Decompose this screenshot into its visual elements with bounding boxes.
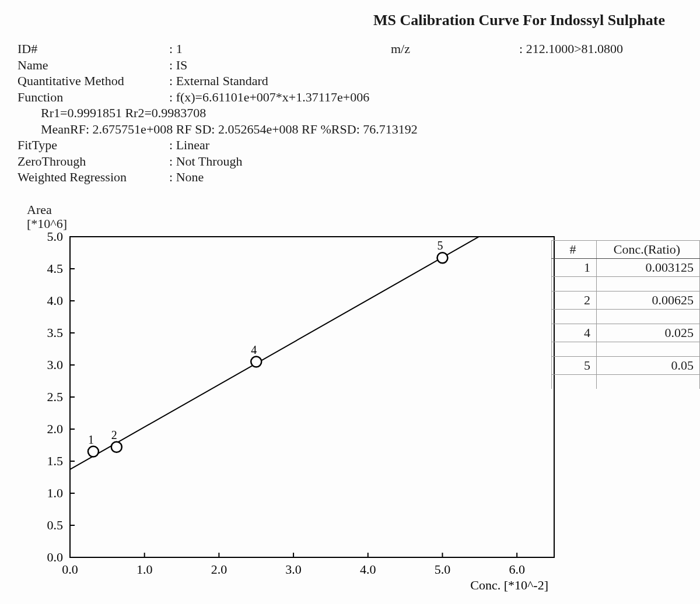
- svg-point-42: [111, 442, 122, 452]
- svg-text:5.0: 5.0: [435, 562, 451, 577]
- table-row: 40.025: [552, 324, 700, 342]
- zero-value: Not Through: [176, 154, 243, 168]
- svg-text:1: 1: [88, 433, 94, 445]
- page-title: MS Calibration Curve For Indossyl Sulpha…: [373, 12, 665, 29]
- rf-line: MeanRF: 2.675751e+008 RF SD: 2.052654e+0…: [41, 121, 700, 138]
- svg-text:3.0: 3.0: [47, 357, 64, 372]
- zero-label: ZeroThrough: [18, 153, 169, 170]
- svg-text:6.0: 6.0: [509, 562, 525, 577]
- svg-text:1.0: 1.0: [136, 562, 153, 577]
- svg-point-44: [251, 356, 261, 367]
- svg-text:5.0: 5.0: [47, 231, 64, 244]
- mz-label: m/z: [391, 41, 519, 57]
- table-header-num: #: [552, 241, 597, 259]
- svg-text:1.5: 1.5: [47, 454, 64, 468]
- table-header-conc: Conc.(Ratio): [597, 241, 700, 259]
- svg-text:2.5: 2.5: [47, 389, 64, 404]
- svg-point-40: [88, 446, 99, 456]
- svg-text:2: 2: [111, 429, 117, 441]
- function-value: f(x)=6.61101e+007*x+1.37117e+006: [176, 90, 370, 104]
- svg-text:4.0: 4.0: [47, 293, 64, 308]
- id-label: ID#: [18, 41, 169, 57]
- wreg-label: Weighted Regression: [18, 169, 169, 185]
- mz-value: 212.1000>81.0800: [526, 41, 623, 56]
- svg-point-46: [437, 252, 447, 263]
- svg-rect-0: [70, 237, 554, 557]
- svg-text:1.0: 1.0: [47, 486, 64, 500]
- y-axis-title: Area [*10^6]: [27, 203, 700, 231]
- fit-label: FitType: [18, 137, 169, 153]
- svg-text:5: 5: [437, 239, 443, 252]
- svg-text:0.0: 0.0: [62, 562, 78, 577]
- svg-text:3.5: 3.5: [47, 325, 64, 340]
- metadata-block: ID# : 1 m/z : 212.1000>81.0800 Name : IS…: [18, 41, 700, 185]
- svg-text:2.0: 2.0: [47, 422, 64, 436]
- qmethod-label: Quantitative Method: [18, 73, 169, 89]
- table-row: 10.003125: [552, 259, 700, 277]
- svg-text:2.0: 2.0: [211, 562, 228, 577]
- wreg-value: None: [176, 170, 204, 184]
- svg-text:4: 4: [251, 343, 257, 356]
- svg-line-39: [33, 231, 566, 491]
- conc-table: # Conc.(Ratio) 10.00312520.0062540.02550…: [551, 240, 700, 389]
- table-row: 20.00625: [552, 292, 700, 310]
- qmethod-value: External Standard: [176, 73, 268, 88]
- svg-text:Conc. [*10^-2]: Conc. [*10^-2]: [470, 578, 548, 592]
- name-label: Name: [18, 57, 169, 73]
- calibration-chart: 0.00.51.01.52.02.53.03.54.04.55.00.01.02…: [18, 231, 566, 592]
- fit-value: Linear: [176, 138, 209, 152]
- table-row: 50.05: [552, 357, 700, 375]
- svg-text:0.5: 0.5: [47, 518, 64, 532]
- id-value: 1: [176, 41, 183, 56]
- svg-text:4.0: 4.0: [360, 562, 376, 577]
- svg-text:4.5: 4.5: [47, 261, 64, 276]
- rr-line: Rr1=0.9991851 Rr2=0.9983708: [41, 105, 700, 121]
- function-label: Function: [18, 89, 169, 106]
- svg-text:3.0: 3.0: [285, 562, 301, 577]
- svg-text:0.0: 0.0: [47, 550, 64, 564]
- name-value: IS: [176, 58, 188, 72]
